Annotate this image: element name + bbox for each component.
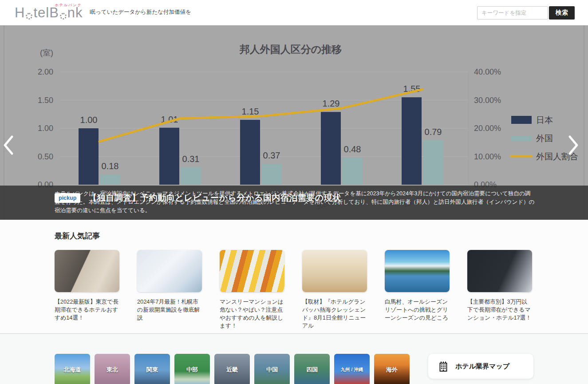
article-card-row: 【2022最新版】東京で長期滞在できるホテルおすすめ14選！ 2024年7月最新… xyxy=(55,250,533,330)
region-label: 近畿 xyxy=(226,366,238,374)
svg-text:1.00: 1.00 xyxy=(38,124,53,133)
svg-text:1.50: 1.50 xyxy=(38,96,53,105)
logo-text-telb: telB xyxy=(33,6,59,20)
latest-articles-section: 最新人気記事 【2022最新版】東京で長期滞在できるホテルおすすめ14選！ 20… xyxy=(0,220,588,333)
article-thumbnail-facade xyxy=(220,250,284,292)
region-tile-kyushu-okinawa[interactable]: 九州 / 沖縄 xyxy=(334,354,370,384)
svg-text:40.00%: 40.00% xyxy=(474,67,501,76)
site-tagline: 眠っていたデータから新たな付加価値を xyxy=(90,8,191,17)
search-input[interactable] xyxy=(477,6,548,20)
article-thumbnail-lobby xyxy=(302,250,367,292)
region-tile-kanto[interactable]: 関東 xyxy=(134,354,170,384)
carousel-prev-button[interactable] xyxy=(3,135,20,162)
hero-article-title[interactable]: 【独自調査】予約動向とレビューから分かる国内宿泊需要の現状 xyxy=(88,192,341,204)
article-title: 2024年7月最新！札幌市の新規開業施設を徹底解説 xyxy=(137,298,202,322)
svg-text:10.00%: 10.00% xyxy=(474,152,501,161)
article-thumbnail-lake xyxy=(385,250,450,292)
svg-text:日本: 日本 xyxy=(536,115,553,125)
article-title: 【主要都市別】3万円以下で長期滞在ができるマンション・ホテル17選！ xyxy=(467,298,532,322)
region-label: 四国 xyxy=(306,366,318,374)
article-title: 白馬村、オールシーズンリゾートへの挑戦とグリーンシーズンの見どころ xyxy=(385,298,450,322)
article-title: マンスリーマンションは危ない？やばい？注意点やおすすめの人を解説します！ xyxy=(220,298,284,330)
svg-text:0.48: 0.48 xyxy=(344,144,361,154)
svg-text:外国: 外国 xyxy=(536,134,553,143)
logo-dotted-o-icon xyxy=(26,13,32,20)
article-thumbnail-dark-room xyxy=(467,250,532,292)
svg-text:0.50: 0.50 xyxy=(38,152,53,161)
svg-text:20.00%: 20.00% xyxy=(474,124,501,133)
article-card[interactable]: 【主要都市別】3万円以下で長期滞在ができるマンション・ホテル17選！ xyxy=(467,250,532,330)
svg-text:1.29: 1.29 xyxy=(323,99,340,108)
svg-text:邦人外国人区分の推移: 邦人外国人区分の推移 xyxy=(239,44,342,55)
building-icon xyxy=(438,361,449,372)
svg-text:30.00%: 30.00% xyxy=(474,96,501,105)
region-nav-section: 北海道 東北 関東 中部 近畿 中国 四国 九州 / 沖縄 海外 ホテル業界マッ… xyxy=(0,334,588,384)
hotelbank-logo[interactable]: H telB nk ホテルバンク xyxy=(15,6,83,20)
region-tile-overseas[interactable]: 海外 xyxy=(374,354,410,384)
region-label: 海外 xyxy=(386,366,398,374)
region-label: 関東 xyxy=(146,366,158,374)
article-card[interactable]: 【2022最新版】東京で長期滞在できるホテルおすすめ14選！ xyxy=(55,250,119,330)
industry-map-label: ホテル業界マップ xyxy=(455,362,509,371)
article-card[interactable]: 白馬村、オールシーズンリゾートへの挑戦とグリーンシーズンの見どころ xyxy=(385,250,450,330)
article-card[interactable]: 2024年7月最新！札幌市の新規開業施設を徹底解説 xyxy=(137,250,202,330)
svg-text:1.15: 1.15 xyxy=(242,107,259,116)
hotel-industry-map-card[interactable]: ホテル業界マップ xyxy=(428,354,533,379)
svg-text:0.18: 0.18 xyxy=(102,161,119,171)
logo-text-h: H xyxy=(15,6,25,20)
logo-text-nk: nk xyxy=(67,6,83,20)
region-label: 中部 xyxy=(186,366,198,374)
region-tile-kinki[interactable]: 近畿 xyxy=(214,354,250,384)
pickup-badge: pickup xyxy=(55,193,80,203)
articles-heading: 最新人気記事 xyxy=(55,231,533,241)
search-button[interactable]: 検索 xyxy=(549,6,575,20)
svg-text:1.00: 1.00 xyxy=(80,115,98,125)
logo-ruby-katakana: ホテルバンク xyxy=(55,3,82,8)
region-tile-row: 北海道 東北 関東 中部 近畿 中国 四国 九州 / 沖縄 海外 xyxy=(55,354,410,384)
region-label: 中国 xyxy=(266,366,278,374)
article-title: 【2022最新版】東京で長期滞在できるホテルおすすめ14選！ xyxy=(55,298,119,322)
region-tile-chugoku[interactable]: 中国 xyxy=(254,354,290,384)
carousel-next-button[interactable] xyxy=(568,135,585,162)
article-title: 【取材】『ホテルグランバッハ熱海クレッシェンド』8月1日全館リニューアル xyxy=(302,298,367,330)
svg-text:(室): (室) xyxy=(40,48,53,57)
region-tile-hokkaido[interactable]: 北海道 xyxy=(55,354,90,384)
region-label: 東北 xyxy=(107,366,118,374)
region-label: 九州 / 沖縄 xyxy=(341,367,363,373)
article-thumbnail-charts xyxy=(137,250,202,292)
region-tile-tohoku[interactable]: 東北 xyxy=(95,354,130,384)
logo-dotted-a-icon xyxy=(60,13,67,20)
region-label: 北海道 xyxy=(64,366,81,374)
article-thumbnail-hotel-room xyxy=(55,250,119,292)
svg-text:0.79: 0.79 xyxy=(425,127,442,137)
svg-text:2.00: 2.00 xyxy=(38,67,53,76)
hero-caption: pickup 【独自調査】予約動向とレビューから分かる国内宿泊需要の現状 xyxy=(55,192,341,204)
header-search-area: 検索 xyxy=(477,6,575,20)
svg-text:0.37: 0.37 xyxy=(263,150,280,160)
region-tile-chubu[interactable]: 中部 xyxy=(174,354,210,384)
chevron-right-icon xyxy=(568,135,579,155)
article-card[interactable]: マンスリーマンションは危ない？やばい？注意点やおすすめの人を解説します！ xyxy=(220,250,284,330)
chevron-left-icon xyxy=(3,135,14,155)
article-card[interactable]: 【取材】『ホテルグランバッハ熱海クレッシェンド』8月1日全館リニューアル xyxy=(302,250,367,330)
header: H telB nk ホテルバンク 眠っていたデータから新たな付加価値を 検索 xyxy=(0,0,588,25)
svg-text:0.31: 0.31 xyxy=(182,154,200,164)
region-tile-shikoku[interactable]: 四国 xyxy=(294,354,330,384)
hero-carousel: 邦人外国人区分の推移(室)2.0040.00%1.5030.00%1.0020.… xyxy=(0,25,588,220)
